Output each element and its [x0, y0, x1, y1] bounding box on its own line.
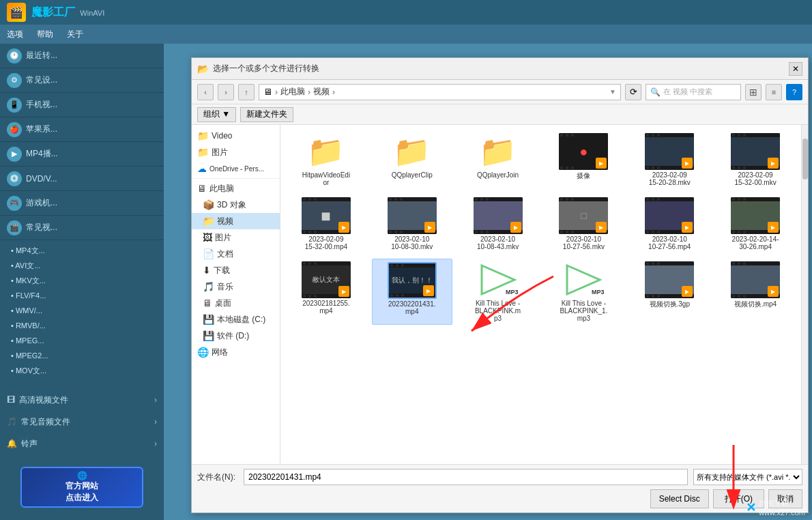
sidebar-sub-rmvb[interactable]: • RMVB/...	[0, 318, 164, 333]
file-item-vid6[interactable]: □ ▶ 2023-02-1010-27-56.mkv	[544, 194, 624, 253]
file-item-mp3-2[interactable]: MP3 Kill This Love -BLACKPINK_1.mp3	[544, 259, 624, 325]
play-badge-vid2: ▶	[768, 158, 779, 169]
menu-item-about[interactable]: 关于	[67, 29, 83, 40]
folder-item-drive-d[interactable]: 💾 软件 (D:)	[192, 328, 280, 344]
sidebar-sub-wmv[interactable]: • WMV/...	[0, 303, 164, 318]
scrollbar[interactable]	[801, 125, 808, 464]
sidebar-item-mobile[interactable]: 📱 手机视...	[0, 93, 164, 117]
sidebar-sub-avi[interactable]: • AVI文...	[0, 258, 164, 273]
main-area: 📂 选择一个或多个文件进行转换 ✕ ‹ › ↑ 🖥 › 此电脑 › 视频 › ▼…	[164, 44, 812, 520]
breadcrumb-thispc: 此电脑	[280, 86, 305, 98]
address-dropdown-icon[interactable]: ▼	[609, 88, 616, 96]
file-thumb-vid8: ▶	[731, 197, 780, 234]
folder-item-drive-c[interactable]: 💾 本地磁盘 (C:)	[192, 311, 280, 328]
sidebar-item-recent[interactable]: 🕐 最近转...	[0, 44, 164, 68]
scroll-thumb[interactable]	[802, 139, 808, 179]
view-details-btn[interactable]: ≡	[766, 84, 782, 100]
sidebar-item-video[interactable]: 🎬 常见视...	[0, 216, 164, 240]
dialog-close-button[interactable]: ✕	[789, 62, 802, 76]
video-icon: 🎬	[7, 220, 22, 235]
sidebar-sub-mkv[interactable]: • MKV文...	[0, 273, 164, 288]
play-badge-vid5: ▶	[510, 222, 521, 233]
file-item-vid11[interactable]: ▶ 视频切换.3gp	[629, 259, 710, 325]
sidebar-item-mp4[interactable]: ▶ MP4播...	[0, 142, 164, 167]
file-item-vid1[interactable]: ▶ 2023-02-0915-20-28.mkv	[629, 130, 710, 189]
file-item-vid7[interactable]: ▶ 2023-02-1010-27-56.mp4	[629, 194, 710, 253]
folder-item-3d[interactable]: 📦 3D 对象	[192, 197, 280, 213]
sidebar-item-apple[interactable]: 🍎 苹果系...	[0, 117, 164, 142]
folder-item-downloads[interactable]: ⬇ 下载	[192, 262, 280, 278]
folder-item-videos[interactable]: 📁 视频	[192, 213, 280, 229]
sidebar-sub-flv[interactable]: • FLV/F4...	[0, 288, 164, 303]
sidebar-sub-mpeg[interactable]: • MPEG...	[0, 333, 164, 348]
folder-item-pictures[interactable]: 🖼 图片	[192, 229, 280, 246]
recent-icon: 🕐	[7, 48, 22, 63]
filetype-select[interactable]: 所有支持的媒体文件 (*.avi *.as	[693, 469, 802, 485]
common-icon: ⚙	[7, 73, 22, 88]
dialog-titlebar: 📂 选择一个或多个文件进行转换 ✕	[192, 58, 808, 80]
file-thumb-vid5: ▶	[474, 197, 523, 234]
address-bar[interactable]: 🖥 › 此电脑 › 视频 › ▼	[259, 84, 621, 100]
file-item-vid10-selected[interactable]: 我认，别！！ ▶ 202302201431.mp4	[372, 259, 452, 325]
file-item-hitpaw[interactable]: 📁 HitpawVideoEdior	[286, 130, 366, 189]
file-thumb-vid11: ▶	[645, 261, 694, 298]
folder-item-video-top[interactable]: 📁 Video	[192, 128, 280, 144]
refresh-button[interactable]: ⟳	[625, 84, 641, 100]
sidebar-bottom-audio[interactable]: 🎵 常见音频文件 ›	[0, 411, 164, 433]
dialog-bottom: 文件名(N): 所有支持的媒体文件 (*.avi *.as Select Dis…	[192, 464, 808, 512]
dialog-secondary-toolbar: 组织 ▼ 新建文件夹	[192, 104, 808, 125]
filename-input[interactable]	[244, 469, 688, 485]
sidebar-item-game[interactable]: 🎮 游戏机...	[0, 191, 164, 216]
folder-item-docs[interactable]: 📄 文档	[192, 246, 280, 262]
file-item-vid9[interactable]: 敝认文本 ▶ 202302181255.mp4	[286, 259, 366, 325]
back-button[interactable]: ‹	[197, 84, 214, 100]
select-disc-button[interactable]: Select Disc	[650, 489, 709, 508]
folder-item-network[interactable]: 🌐 网络	[192, 344, 280, 360]
file-item-qqjoin[interactable]: 📁 QQplayerJoin	[458, 130, 538, 189]
file-thumb-vid2: ▶	[731, 133, 780, 170]
file-item-mp3-1[interactable]: MP3 Kill This Love -BLACKPINK.mp3	[458, 259, 538, 325]
play-badge-vid4: ▶	[424, 222, 435, 233]
folder-item-desktop[interactable]: 🖥 桌面	[192, 295, 280, 311]
sidebar-sub-mp4[interactable]: • MP4文...	[0, 243, 164, 258]
file-item-camera[interactable]: ● ▶ 摄像	[544, 130, 624, 189]
file-thumb-vid1: ▶	[645, 133, 694, 170]
official-banner[interactable]: 🌐 官方网站 点击进入	[20, 467, 143, 508]
filename-row: 文件名(N): 所有支持的媒体文件 (*.avi *.as	[197, 469, 802, 485]
file-item-vid3[interactable]: ◼ ▶ 2023-02-0915-32-00.mp4	[286, 194, 366, 253]
file-thumb-vid3: ◼ ▶	[302, 197, 351, 234]
file-item-vid8[interactable]: ▶ 2023-02-20-14-30-26.mp4	[715, 194, 796, 253]
sidebar-item-common[interactable]: ⚙ 常见设...	[0, 68, 164, 93]
view-icon-btn[interactable]: ⊞	[745, 84, 762, 100]
folder-item-thispc[interactable]: 🖥 此电脑	[192, 180, 280, 197]
file-item-qqclip[interactable]: 📁 QQplayerClip	[372, 130, 452, 189]
file-item-vid2[interactable]: ▶ 2023-02-0915-32-00.mkv	[715, 130, 796, 189]
play-badge: ▶	[596, 158, 607, 169]
new-folder-button[interactable]: 新建文件夹	[240, 107, 293, 122]
sidebar-sub-mpeg2[interactable]: • MPEG2...	[0, 348, 164, 363]
search-bar[interactable]: 🔍 在 视频 中搜索	[646, 84, 741, 100]
sidebar-bottom-hd[interactable]: 🎞 高清视频文件 ›	[0, 389, 164, 411]
help-button[interactable]: ?	[786, 84, 802, 100]
folder-item-pictures-top[interactable]: 📁 图片	[192, 144, 280, 160]
up-button[interactable]: ↑	[238, 84, 255, 100]
folder-item-onedrive[interactable]: ☁ OneDrive - Pers...	[192, 160, 280, 177]
sidebar-bottom-ringtone[interactable]: 🔔 铃声 ›	[0, 433, 164, 454]
file-item-vid12[interactable]: ▶ 视频切换.mp4	[715, 259, 796, 325]
file-area: 📁 HitpawVideoEdior 📁 QQplayerClip	[280, 125, 808, 464]
play-badge-vid3: ▶	[338, 222, 349, 233]
file-grid: 📁 HitpawVideoEdior 📁 QQplayerClip	[280, 125, 801, 464]
folder-item-music[interactable]: 🎵 音乐	[192, 278, 280, 295]
sidebar-item-dvd[interactable]: 💿 DVD/V...	[0, 167, 164, 191]
dialog-body: 📁 Video 📁 图片 ☁ OneDrive - Pers... 🖥 此电脑	[192, 125, 808, 464]
sidebar-sub-mov[interactable]: • MOV文...	[0, 363, 164, 378]
organize-button[interactable]: 组织 ▼	[197, 107, 236, 122]
menu-item-options[interactable]: 选项	[7, 29, 23, 40]
file-item-vid5[interactable]: ▶ 2023-02-1010-08-43.mkv	[458, 194, 538, 253]
file-thumb-vid12: ▶	[731, 261, 780, 298]
menu-item-help[interactable]: 帮助	[37, 29, 53, 40]
folder-panel: 📁 Video 📁 图片 ☁ OneDrive - Pers... 🖥 此电脑	[192, 125, 280, 464]
file-item-vid4[interactable]: ▶ 2023-02-1010-08-30.mkv	[372, 194, 452, 253]
file-thumb-vid10: 我认，别！！ ▶	[388, 262, 437, 299]
forward-button[interactable]: ›	[218, 84, 234, 100]
